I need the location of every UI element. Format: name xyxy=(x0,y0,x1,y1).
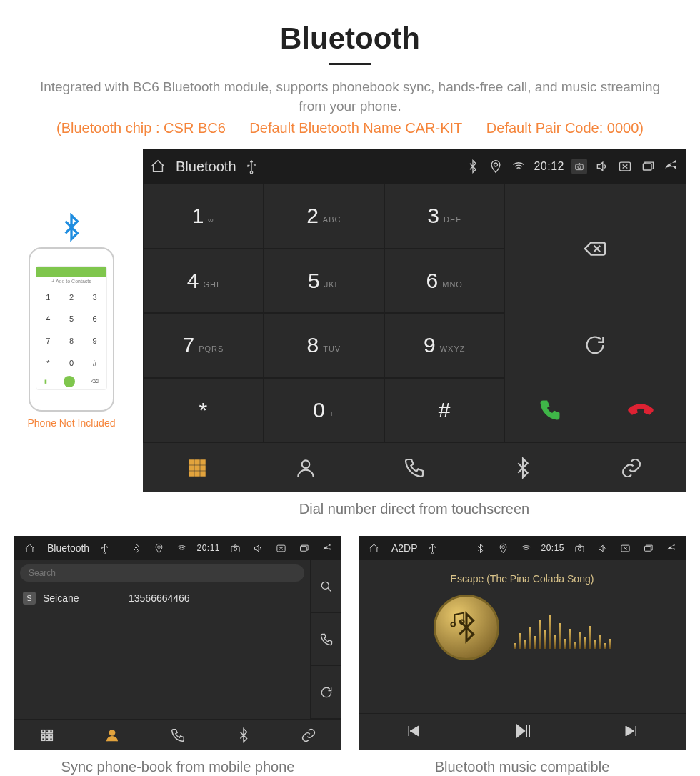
location-icon xyxy=(488,159,504,174)
spec-chip: (Bluetooth chip : CSR BC6 xyxy=(56,120,226,136)
dialer-panel: Bluetooth 20:12 1∞2ABC3DEF4GHI5JKL6MNO7P… xyxy=(143,149,686,492)
status-time: 20:15 xyxy=(541,543,564,553)
wifi-icon xyxy=(511,159,526,174)
phonebook-panel: Bluetooth 20:11 S Seicane xyxy=(14,536,341,750)
side-call-button[interactable] xyxy=(310,613,341,666)
contact-initial: S xyxy=(23,592,36,605)
album-art xyxy=(434,595,499,660)
status-title: A2DP xyxy=(391,542,418,554)
bluetooth-status-icon xyxy=(128,540,144,556)
usb-icon xyxy=(425,540,441,556)
dial-key-#[interactable]: # xyxy=(384,378,505,443)
description: Integrated with BC6 Bluetooth module, su… xyxy=(39,78,661,116)
dial-key-6[interactable]: 6MNO xyxy=(384,249,505,314)
status-title: Bluetooth xyxy=(176,159,236,175)
home-icon[interactable] xyxy=(21,540,37,556)
close-app-icon[interactable] xyxy=(617,159,633,174)
tab-keypad[interactable] xyxy=(14,719,80,750)
backspace-button[interactable] xyxy=(505,184,686,313)
contact-row[interactable]: S Seicane 13566664466 xyxy=(14,586,310,612)
home-icon[interactable] xyxy=(150,159,166,174)
equalizer xyxy=(514,613,611,649)
dial-key-5[interactable]: 5JKL xyxy=(264,249,384,314)
side-refresh-button[interactable] xyxy=(310,666,341,719)
next-track-button[interactable] xyxy=(623,722,640,742)
bottom-tabbar xyxy=(143,442,686,492)
location-icon xyxy=(495,540,511,556)
close-app-icon[interactable] xyxy=(273,540,289,556)
dial-key-3[interactable]: 3DEF xyxy=(384,184,505,249)
dial-key-7[interactable]: 7PQRS xyxy=(143,313,264,378)
dialer-caption: Dial number direct from touchscreen xyxy=(143,499,686,519)
phone-column: + Add to Contacts 123456789*0# ▮⌫ Phone … xyxy=(14,213,129,429)
back-icon[interactable] xyxy=(319,540,334,556)
dial-key-8[interactable]: 8TUV xyxy=(264,313,384,378)
music-caption: Bluetooth music compatible(Support displ… xyxy=(359,757,686,776)
tab-keypad[interactable] xyxy=(143,442,251,492)
back-icon[interactable] xyxy=(663,540,679,556)
track-title: Escape (The Pina Colada Song) xyxy=(451,573,594,585)
call-answer-button[interactable] xyxy=(505,378,596,443)
status-time: 20:11 xyxy=(196,543,220,553)
spec-line: (Bluetooth chip : CSR BC6 Default Blueto… xyxy=(14,120,686,136)
phone-caption: Phone Not Included xyxy=(14,417,129,429)
dial-key-9[interactable]: 9WXYZ xyxy=(384,313,505,378)
tab-call-log[interactable] xyxy=(360,442,469,492)
side-search-button[interactable] xyxy=(310,560,341,613)
bluetooth-icon xyxy=(57,213,86,242)
tab-pair[interactable] xyxy=(276,719,341,750)
tab-contacts[interactable] xyxy=(251,442,360,492)
recent-apps-icon[interactable] xyxy=(296,540,311,556)
music-statusbar: A2DP 20:15 xyxy=(359,536,686,560)
phonebook-statusbar: Bluetooth 20:11 xyxy=(14,536,341,560)
wifi-icon xyxy=(518,540,534,556)
phone-mockup: + Add to Contacts 123456789*0# ▮⌫ xyxy=(29,247,114,412)
home-icon[interactable] xyxy=(366,540,381,556)
phone-add-contacts: + Add to Contacts xyxy=(36,277,106,286)
recent-apps-icon[interactable] xyxy=(640,540,656,556)
tab-bluetooth[interactable] xyxy=(211,719,276,750)
close-app-icon[interactable] xyxy=(617,540,633,556)
location-icon xyxy=(151,540,166,556)
spec-code: Default Pair Code: 0000) xyxy=(486,120,644,136)
back-icon[interactable] xyxy=(663,159,679,174)
phonebook-caption: Sync phone-book from mobile phone(Suppor… xyxy=(14,757,341,776)
search-input[interactable] xyxy=(20,564,304,582)
dial-key-4[interactable]: 4GHI xyxy=(143,249,264,314)
status-time: 20:12 xyxy=(534,160,564,173)
dial-key-2[interactable]: 2ABC xyxy=(264,184,384,249)
volume-icon[interactable] xyxy=(594,159,610,174)
usb-icon xyxy=(244,159,259,174)
refresh-button[interactable] xyxy=(505,313,686,378)
dial-key-0[interactable]: 0+ xyxy=(264,378,384,443)
bluetooth-status-icon xyxy=(472,540,488,556)
call-hangup-button[interactable] xyxy=(595,378,686,443)
screenshot-icon[interactable] xyxy=(227,540,243,556)
tab-pair[interactable] xyxy=(577,442,686,492)
prev-track-button[interactable] xyxy=(404,722,421,742)
recent-apps-icon[interactable] xyxy=(640,159,656,174)
contact-name: Seicane xyxy=(43,592,129,604)
screenshot-icon[interactable] xyxy=(571,159,587,174)
page-title: Bluetooth xyxy=(14,21,686,56)
music-panel: A2DP 20:15 Escape (The Pina Colada Song) xyxy=(359,536,686,750)
status-title: Bluetooth xyxy=(47,542,89,554)
wifi-icon xyxy=(174,540,189,556)
dial-key-*[interactable]: * xyxy=(143,378,264,443)
volume-icon[interactable] xyxy=(594,540,610,556)
tab-contacts[interactable] xyxy=(80,719,146,750)
screenshot-icon[interactable] xyxy=(571,540,587,556)
status-bar: Bluetooth 20:12 xyxy=(143,149,686,184)
tab-bluetooth[interactable] xyxy=(469,442,577,492)
usb-icon xyxy=(96,540,112,556)
bluetooth-status-icon xyxy=(465,159,481,174)
contact-number: 13566664466 xyxy=(129,592,190,604)
title-underline xyxy=(329,63,371,65)
play-pause-button[interactable] xyxy=(514,722,531,742)
dial-key-1[interactable]: 1∞ xyxy=(143,184,264,249)
volume-icon[interactable] xyxy=(250,540,266,556)
tab-call-log[interactable] xyxy=(145,719,211,750)
spec-name: Default Bluetooth Name CAR-KIT xyxy=(249,120,462,136)
